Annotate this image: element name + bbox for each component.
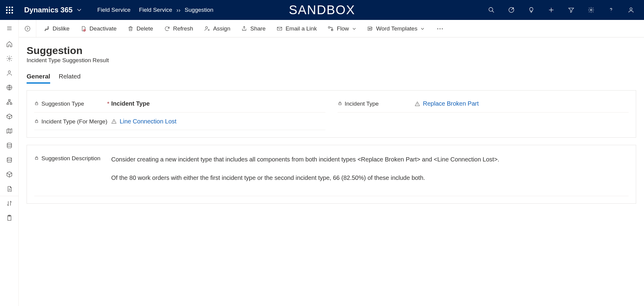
plus-icon [548, 7, 555, 13]
sidebar-item-sitemap[interactable] [0, 95, 18, 109]
description-paragraph: Consider creating a new incident type th… [111, 155, 629, 164]
product-switcher[interactable]: Dynamics 365 [19, 6, 85, 14]
chevron-down-icon [420, 27, 425, 31]
word-templates-button[interactable]: Word Templates [362, 23, 430, 34]
sidebar-item-map[interactable] [0, 124, 18, 138]
globe-icon [6, 84, 13, 91]
sidebar-item-box[interactable] [0, 167, 18, 182]
cmd-label: Word Templates [376, 25, 418, 32]
assistant-button[interactable] [521, 0, 541, 20]
email-link-button[interactable]: Email a Link [272, 23, 322, 34]
search-button[interactable] [481, 0, 501, 20]
flow-button[interactable]: Flow [323, 23, 361, 34]
sidebar-toggle[interactable] [0, 20, 18, 37]
cmd-label: Deactivate [89, 25, 117, 32]
add-button[interactable] [541, 0, 561, 20]
sidebar-item-package[interactable] [0, 109, 18, 124]
help-button[interactable] [601, 0, 621, 20]
sidebar-item-sort[interactable] [0, 196, 18, 211]
lock-icon [34, 119, 39, 123]
field-value[interactable]: Replace Broken Part [415, 100, 629, 107]
svg-point-4 [8, 58, 10, 59]
hamburger-icon [6, 25, 13, 32]
sidebar-item-settings[interactable] [0, 51, 18, 66]
section-description: Suggestion Description Consider creating… [27, 145, 636, 204]
breadcrumb-item[interactable]: Field Service [93, 7, 135, 13]
deactivate-button[interactable]: Deactivate [76, 23, 121, 34]
sidebar-item-home[interactable] [0, 37, 18, 51]
svg-rect-21 [35, 103, 38, 105]
person-icon [6, 70, 13, 76]
cmd-label: Dislike [53, 25, 70, 32]
tab-related[interactable]: Related [59, 72, 80, 84]
task-flow-button[interactable] [501, 0, 521, 20]
assign-button[interactable]: Assign [199, 23, 235, 34]
svg-point-5 [8, 71, 10, 73]
svg-point-16 [205, 27, 208, 29]
gear-icon [6, 55, 13, 62]
warning-icon [415, 101, 420, 107]
refresh-icon [164, 26, 170, 32]
warning-icon [111, 119, 117, 124]
share-button[interactable]: Share [236, 23, 270, 34]
svg-rect-18 [328, 27, 330, 28]
user-profile-button[interactable] [621, 0, 641, 20]
assign-icon [204, 26, 210, 32]
environment-badge: SANDBOX [289, 3, 355, 17]
cube-icon [6, 171, 13, 178]
hierarchy-icon [6, 99, 13, 105]
svg-rect-23 [339, 103, 341, 105]
target-arrow-icon [508, 7, 515, 13]
chevron-down-icon [77, 8, 82, 12]
lock-icon [34, 101, 39, 106]
app-launcher-button[interactable] [0, 0, 19, 20]
svg-point-0 [489, 8, 493, 11]
field-value[interactable]: Line Connection Lost [111, 117, 325, 125]
description-paragraph: Of the 80 work orders with either the fi… [111, 173, 629, 183]
svg-point-10 [7, 143, 11, 145]
product-name: Dynamics 365 [24, 6, 73, 14]
required-indicator: * [107, 100, 109, 108]
refresh-button[interactable]: Refresh [159, 23, 198, 34]
field-value[interactable]: Consider creating a new incident type th… [111, 154, 629, 192]
sidebar-item-clipboard[interactable] [0, 211, 18, 225]
thumbs-down-icon [44, 26, 50, 32]
person-icon [628, 7, 634, 13]
field-suggestion-description: Suggestion Description Consider creating… [34, 149, 629, 196]
cmd-label: Flow [337, 25, 349, 32]
svg-rect-8 [7, 103, 8, 105]
field-label: Incident Type (For Merge) [41, 117, 107, 126]
field-label: Suggestion Description [41, 154, 100, 163]
overflow-button[interactable]: ⋯ [431, 22, 450, 35]
map-icon [6, 128, 13, 134]
dislike-button[interactable]: Dislike [39, 23, 74, 34]
circle-arrow-icon [24, 25, 31, 32]
sidebar-item-document[interactable] [0, 182, 18, 196]
sidebar-item-data1[interactable] [0, 138, 18, 153]
deactivate-icon [80, 26, 86, 32]
filter-button[interactable] [561, 0, 581, 20]
site-map-sidebar [0, 20, 19, 306]
sidebar-item-data2[interactable] [0, 153, 18, 167]
delete-button[interactable]: Delete [123, 23, 158, 34]
tab-general[interactable]: General [27, 72, 50, 84]
settings-button[interactable] [581, 0, 601, 20]
sidebar-item-user[interactable] [0, 66, 18, 80]
lookup-link[interactable]: Replace Broken Part [423, 100, 479, 107]
chevron-down-icon [352, 27, 356, 31]
sidebar-item-globe[interactable] [0, 80, 18, 95]
breadcrumb: Field Service Field Service ›› Suggestio… [93, 7, 218, 14]
svg-point-3 [630, 8, 632, 10]
cmd-label: Share [250, 25, 266, 32]
breadcrumb-item[interactable]: Suggestion [180, 7, 218, 13]
database-icon [6, 157, 13, 163]
go-back-button[interactable] [19, 20, 36, 37]
svg-rect-20 [368, 27, 371, 30]
svg-point-11 [7, 158, 11, 159]
field-value[interactable]: Incident Type [111, 100, 325, 107]
form-tabs: General Related [27, 72, 636, 84]
field-label: Suggestion Type [41, 100, 84, 108]
lookup-link[interactable]: Line Connection Lost [120, 118, 176, 125]
field-label: Incident Type [345, 100, 379, 108]
breadcrumb-item[interactable]: Field Service [135, 7, 176, 13]
